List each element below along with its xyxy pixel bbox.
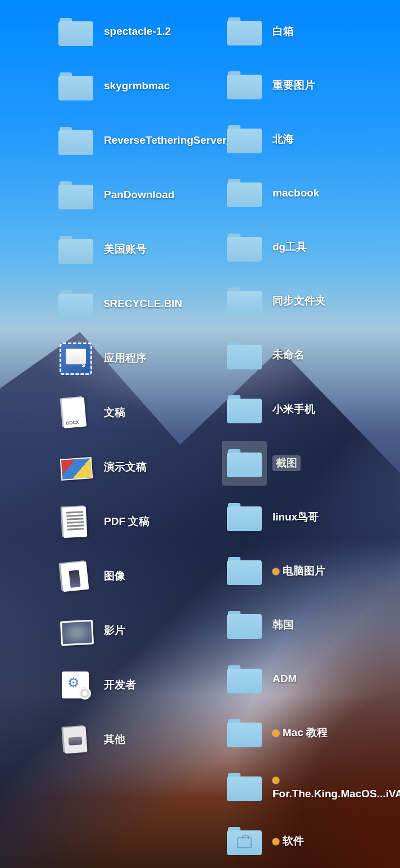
other-stack-icon <box>60 724 92 756</box>
folder-icon <box>227 17 262 45</box>
documents-stack[interactable]: 文稿 <box>53 386 222 440</box>
desktop-item-label: spectacle-1.2 <box>104 25 171 39</box>
dg-tools-folder[interactable]: dg工具 <box>222 221 390 275</box>
desktop-item-label: 演示文稿 <box>104 460 147 474</box>
screenshot-folder[interactable]: 截图 <box>222 436 390 490</box>
desktop-item-label: 美国账号 <box>104 243 147 257</box>
other-stack[interactable]: 其他 <box>53 712 222 767</box>
mac-tutorial-folder[interactable]: Mac 教程 <box>222 706 390 760</box>
folder-icon <box>227 503 262 531</box>
folder-icon <box>227 557 262 585</box>
desktop-item-label: skygrmbmac <box>104 79 170 93</box>
recycle-bin-folder[interactable]: $RECYCLE.BIN <box>53 277 222 331</box>
applications-stack[interactable]: 应用程序 <box>53 331 222 386</box>
folder-icon <box>58 236 93 264</box>
folder-icon <box>227 827 262 855</box>
folder-icon <box>227 71 262 99</box>
folder-icon <box>227 611 262 639</box>
desktop-item-label: 白箱 <box>272 25 294 39</box>
desktop-item-label: 电脑图片 <box>272 564 325 578</box>
linux-bird-folder[interactable]: linux鸟哥 <box>222 490 390 544</box>
desktop-item-label: 其他 <box>104 733 125 747</box>
desktop-item-label: ReverseTetheringServer_1.2.0 <box>104 134 216 148</box>
folder-icon <box>227 395 262 423</box>
tag-dot-icon <box>272 838 279 845</box>
white-box-folder[interactable]: 白箱 <box>222 4 390 58</box>
presentations-stack[interactable]: 演示文稿 <box>53 440 222 495</box>
macbook-folder[interactable]: macbook <box>222 166 390 220</box>
north-sea-folder[interactable]: 北海 <box>222 112 390 166</box>
desktop-item-label: 文稿 <box>104 406 125 420</box>
desktop-item-label: PanDownload <box>104 188 175 202</box>
folder-icon <box>58 72 93 100</box>
desktop-item-label: 重要图片 <box>272 79 315 93</box>
suitcase-glyph-icon <box>237 837 252 848</box>
desktop-item-label: $RECYCLE.BIN <box>104 297 182 311</box>
spectacle-folder[interactable]: spectacle-1.2 <box>53 4 222 59</box>
folder-icon <box>227 665 262 693</box>
desktop-column-left: spectacle-1.2skygrmbmacReverseTetheringS… <box>53 4 222 868</box>
tag-dot-icon <box>272 730 279 737</box>
untitled-folder[interactable]: 未命名 <box>222 328 390 382</box>
desktop-item-label: linux鸟哥 <box>272 510 319 524</box>
movies-stack[interactable]: 影片 <box>53 604 222 658</box>
pdf-stack[interactable]: PDF 文稿 <box>53 495 222 549</box>
images-stack[interactable]: 图像 <box>53 549 222 604</box>
apps-stack-icon <box>60 342 92 375</box>
desktop-item-label: 开发者 <box>104 678 136 692</box>
pdf-stack-icon <box>60 506 92 538</box>
developer-stack-icon <box>60 669 92 702</box>
folder-icon <box>227 234 262 262</box>
folder-icon <box>58 127 93 155</box>
desktop-area: spectacle-1.2skygrmbmacReverseTetheringS… <box>0 0 400 868</box>
skygrmbmac-folder[interactable]: skygrmbmac <box>53 59 222 113</box>
presentation-stack-icon <box>60 451 92 484</box>
tag-dot-icon <box>272 777 279 784</box>
desktop-item-label: 韩国 <box>272 618 294 632</box>
developer-stack[interactable]: 开发者 <box>53 658 222 712</box>
folder-icon <box>58 290 93 318</box>
desktop-item-label: 截图 <box>272 455 301 472</box>
pandownload-folder[interactable]: PanDownload <box>53 168 222 222</box>
folder-icon <box>227 287 262 316</box>
folder-icon <box>227 125 262 153</box>
folder-icon <box>58 181 93 209</box>
desktop-item-label: ADM <box>272 672 297 686</box>
desktop-item-label: 小米手机 <box>272 403 315 417</box>
folder-icon <box>227 449 262 477</box>
important-pics-folder[interactable]: 重要图片 <box>222 58 390 112</box>
us-account-folder[interactable]: 美国账号 <box>53 222 222 277</box>
desktop-item-label: Mac 教程 <box>272 726 328 740</box>
folder-icon <box>227 773 262 801</box>
desktop-item-label: macbook <box>272 186 319 200</box>
desktop-item-label: 图像 <box>104 569 125 583</box>
folder-icon <box>227 179 262 207</box>
korea-folder[interactable]: 韩国 <box>222 598 390 652</box>
software-folder[interactable]: 软件 <box>222 814 390 868</box>
desktop-item-label: 未命名 <box>272 348 304 362</box>
tag-dot-icon <box>272 568 279 575</box>
images-stack-icon <box>60 560 92 593</box>
sync-folder[interactable]: 同步文件夹 <box>222 275 390 328</box>
desktop-item-label: 影片 <box>104 624 125 638</box>
folder-icon <box>227 341 262 369</box>
desktop-item-label: PDF 文稿 <box>104 515 149 529</box>
computer-pics-folder[interactable]: 电脑图片 <box>222 544 390 598</box>
movies-stack-icon <box>60 615 92 647</box>
adm-folder[interactable]: ADM <box>222 652 390 706</box>
desktop-item-label: For.The.King.MacOS...iVATED <box>272 773 385 801</box>
reverse-tethering-folder[interactable]: ReverseTetheringServer_1.2.0 <box>53 113 222 168</box>
desktop-item-label: 软件 <box>272 834 304 848</box>
desktop-column-right: 白箱重要图片北海macbookdg工具同步文件夹未命名小米手机截图linux鸟哥… <box>222 4 390 868</box>
desktop-item-label: 应用程序 <box>104 351 147 366</box>
desktop-item-label: 北海 <box>272 133 294 147</box>
for-the-king-folder[interactable]: For.The.King.MacOS...iVATED <box>222 760 390 814</box>
folder-icon <box>58 18 93 46</box>
docx-stack-icon <box>58 395 94 431</box>
folder-icon <box>227 719 262 747</box>
desktop-item-label: 同步文件夹 <box>272 294 326 308</box>
desktop-item-label: dg工具 <box>272 240 307 254</box>
xiaomi-phone-folder[interactable]: 小米手机 <box>222 382 390 436</box>
disc-icon <box>79 687 91 700</box>
